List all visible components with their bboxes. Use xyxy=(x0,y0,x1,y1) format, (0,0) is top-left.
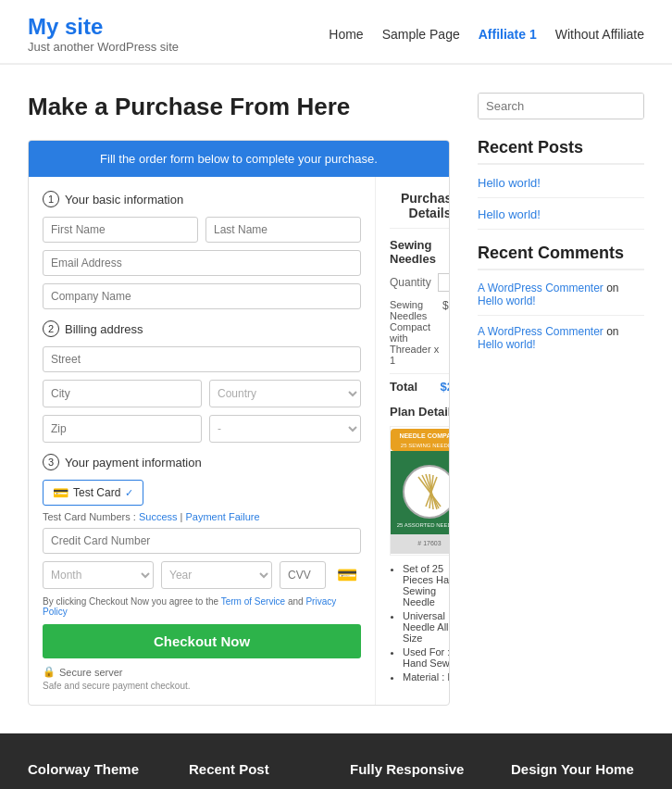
sidebar: 🔍 Recent Posts Hello world! Hello world!… xyxy=(478,93,644,706)
recent-posts-title: Recent Posts xyxy=(478,138,644,165)
credit-card-input[interactable] xyxy=(43,528,361,554)
section3-text: Your payment information xyxy=(65,456,202,470)
company-input[interactable] xyxy=(43,283,361,309)
comment-author-0[interactable]: A WordPress Commenter xyxy=(478,282,604,294)
lock-icon: 🔒 xyxy=(43,666,56,678)
city-input[interactable] xyxy=(43,380,202,407)
search-input[interactable] xyxy=(479,94,644,119)
price-row: Sewing Needles Compact with Threader x 1… xyxy=(390,299,450,374)
recent-post-1[interactable]: Hello world! xyxy=(478,207,644,221)
section1-num: 1 xyxy=(43,191,59,207)
footer-col1-title: Colorway Theme xyxy=(28,761,161,777)
svg-point-4 xyxy=(404,466,450,518)
search-box: 🔍 xyxy=(478,93,644,119)
footer-col3: Fully Responsive Colorway is a unique re… xyxy=(350,761,483,789)
bullet-item: Set of 25 Pieces Hand Sewing Needle xyxy=(403,563,450,607)
month-select[interactable]: Month xyxy=(43,561,154,589)
svg-text:# 17603: # 17603 xyxy=(417,540,441,546)
needle-svg: NEEDLE COMPACT 25 SEWING NEEDLES xyxy=(391,429,450,554)
purchase-details-title: Purchase Details xyxy=(390,191,450,229)
checkmark-icon: ✓ xyxy=(125,487,133,499)
name-row xyxy=(43,217,361,243)
footer-col2: Recent Post Worth A Thousand Words Categ… xyxy=(189,761,322,789)
test-card-button[interactable]: 💳 Test Card ✓ xyxy=(43,480,143,506)
company-row xyxy=(43,283,361,309)
section2-num: 2 xyxy=(43,320,59,337)
site-branding: My site Just another WordPress site xyxy=(28,14,179,54)
year-select[interactable]: Year xyxy=(161,561,272,589)
secure-subtext: Safe and secure payment checkout. xyxy=(43,681,361,691)
first-name-input[interactable] xyxy=(43,217,198,243)
site-name: My site xyxy=(28,14,179,40)
page-heading: Make a Purchase From Here xyxy=(28,93,450,121)
form-left: 1 Your basic information xyxy=(29,177,376,705)
street-input[interactable] xyxy=(43,346,361,372)
bullet-item: Used For : Hand Sewing xyxy=(403,646,450,669)
zip-extra-select[interactable]: - xyxy=(209,415,361,443)
total-row: Total $2.00 xyxy=(390,380,450,394)
comment-post-0[interactable]: Hello world! xyxy=(478,294,536,307)
zip-input[interactable] xyxy=(43,415,202,443)
success-link[interactable]: Success xyxy=(139,511,178,522)
test-numbers-row: Test Card Numbers : Success | Payment Fa… xyxy=(43,511,361,522)
quantity-label: Quantity xyxy=(390,276,431,289)
street-row xyxy=(43,346,361,372)
comment-1: A WordPress Commenter on Hello world! xyxy=(478,325,644,351)
section2-text: Billing address xyxy=(65,322,143,336)
footer-col1: Colorway Theme Footer is widgetized. To … xyxy=(28,761,161,789)
svg-text:25 ASSORTED NEEDLES: 25 ASSORTED NEEDLES xyxy=(397,522,450,528)
footer-col3-title: Fully Responsive xyxy=(350,761,483,777)
recent-comments-title: Recent Comments xyxy=(478,244,644,270)
nav-home[interactable]: Home xyxy=(329,27,363,42)
main-container: Make a Purchase From Here Fill the order… xyxy=(0,65,672,733)
price-desc: Sewing Needles Compact with Threader x 1 xyxy=(390,299,442,366)
expiry-row: Month Year 💳 xyxy=(43,561,361,589)
footer-dark: Colorway Theme Footer is widgetized. To … xyxy=(0,733,672,789)
zip-row: - xyxy=(43,415,361,443)
section1-label: 1 Your basic information xyxy=(43,191,361,207)
nav-sample-page[interactable]: Sample Page xyxy=(382,27,460,42)
email-input[interactable] xyxy=(43,250,361,276)
comment-0: A WordPress Commenter on Hello world! xyxy=(478,282,644,307)
price-value: $2.00 xyxy=(442,299,450,366)
email-row xyxy=(43,250,361,276)
checkout-button[interactable]: Checkout Now xyxy=(43,624,361,658)
total-label: Total xyxy=(390,380,417,394)
credit-card-row xyxy=(43,528,361,554)
city-country-row: Country xyxy=(43,380,361,407)
secure-server-row: 🔒 Secure server xyxy=(43,666,361,678)
total-price: $2.00 xyxy=(440,380,450,394)
product-bullet-list: Set of 25 Pieces Hand Sewing Needle Univ… xyxy=(390,563,450,683)
bullet-item: Material : Iron xyxy=(403,671,450,683)
svg-text:NEEDLE COMPACT: NEEDLE COMPACT xyxy=(399,432,450,439)
checkout-terms: By clicking Checkout Now you agree to th… xyxy=(43,596,361,617)
cvv-input[interactable] xyxy=(280,561,326,589)
terms-link[interactable]: Term of Service xyxy=(221,596,285,607)
content-area: Make a Purchase From Here Fill the order… xyxy=(28,93,450,706)
main-nav: Home Sample Page Affiliate 1 Without Aff… xyxy=(329,27,644,42)
footer-col2-title: Recent Post xyxy=(189,761,322,777)
nav-without-affiliate[interactable]: Without Affiliate xyxy=(555,27,644,42)
purchase-form-container: Fill the order form below to complete yo… xyxy=(28,140,450,706)
last-name-input[interactable] xyxy=(205,217,361,243)
secure-label: Secure server xyxy=(59,667,122,678)
quantity-input[interactable] xyxy=(438,273,450,292)
footer-grid: Colorway Theme Footer is widgetized. To … xyxy=(28,761,644,789)
svg-text:25 SEWING NEEDLES: 25 SEWING NEEDLES xyxy=(401,443,450,448)
bullet-item: Universal Needle All Size xyxy=(403,610,450,644)
payment-failure-link[interactable]: Payment Failure xyxy=(186,511,260,522)
section1-text: Your basic information xyxy=(65,193,183,207)
country-select[interactable]: Country xyxy=(209,380,361,407)
footer-col4: Design Your Home Express your creativity… xyxy=(511,761,644,789)
nav-affiliate1[interactable]: Affiliate 1 xyxy=(479,27,537,42)
product-name: Sewing Needles xyxy=(390,238,450,266)
footer-col4-title: Design Your Home xyxy=(511,761,644,777)
plan-details-title: Plan Details xyxy=(390,405,450,419)
comment-post-1[interactable]: Hello world! xyxy=(478,338,536,351)
credit-card-icon: 💳 xyxy=(53,485,68,500)
form-banner: Fill the order form below to complete yo… xyxy=(29,141,449,177)
recent-post-0[interactable]: Hello world! xyxy=(478,176,644,190)
section2-label: 2 Billing address xyxy=(43,320,361,337)
comment-author-1[interactable]: A WordPress Commenter xyxy=(478,325,604,338)
quantity-row: Quantity xyxy=(390,273,450,292)
